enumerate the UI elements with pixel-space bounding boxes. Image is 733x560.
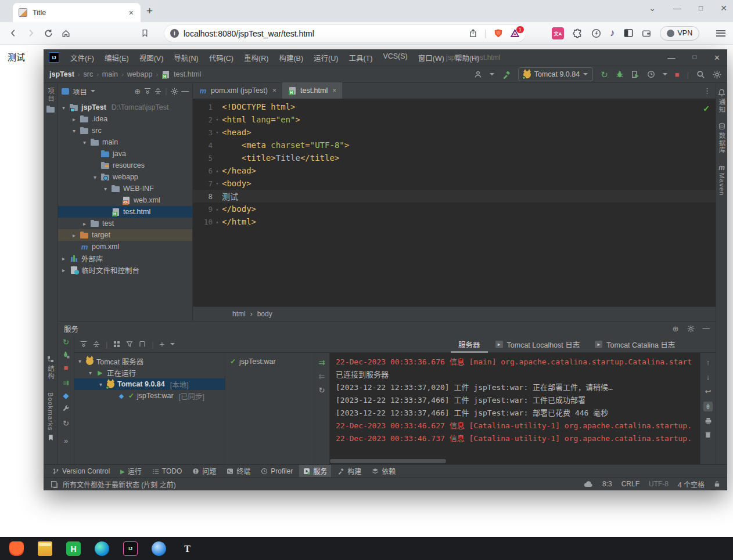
rerun-icon[interactable]: ↻ xyxy=(601,70,608,79)
sidebar-icon[interactable] xyxy=(624,28,633,38)
deploy-icon[interactable]: ⇉ xyxy=(63,379,69,386)
toolwindow-button-构建[interactable]: 构建 xyxy=(333,465,365,477)
brave-shield-icon[interactable] xyxy=(494,28,503,38)
browser-maximize-button[interactable]: □ xyxy=(699,4,703,12)
vcs-status-icon[interactable] xyxy=(51,480,58,488)
reload-icon[interactable] xyxy=(39,24,57,42)
profiler-icon[interactable] xyxy=(647,70,655,78)
bookmark-flag-icon[interactable] xyxy=(48,434,54,441)
taskbar-icon-brave[interactable] xyxy=(9,541,24,556)
menu-item-5[interactable]: 重构(R) xyxy=(239,52,274,63)
group-by-icon[interactable] xyxy=(113,341,120,348)
breadcrumb-item-test.html[interactable]: test.html xyxy=(174,70,201,78)
tab-close-icon[interactable]: × xyxy=(332,86,336,95)
project-tree-row-临时文件和控制台[interactable]: ▸临时文件和控制台 xyxy=(58,264,192,276)
file-encoding[interactable]: UTF-8 xyxy=(649,480,669,488)
fold-marker-icon[interactable]: ▴ xyxy=(213,168,222,174)
console-h-scrollbar[interactable] xyxy=(330,459,446,463)
media-note-icon[interactable]: ♪ xyxy=(610,27,615,39)
services-float-icon[interactable]: ⊕ xyxy=(673,325,679,333)
toolwindow-button-Version Control[interactable]: Version Control xyxy=(48,466,114,476)
code-area[interactable]: 1<!DOCTYPE html>2▾<html lang="en">3▾<hea… xyxy=(193,99,716,306)
code-line-2[interactable]: 2▾<html lang="en"> xyxy=(193,113,716,126)
tree-chevron-icon[interactable]: ▾ xyxy=(102,186,109,192)
services-tree-row-Tomcat 服务器[interactable]: ▾Tomcat 服务器 xyxy=(74,355,225,367)
menu-item-1[interactable]: 编辑(E) xyxy=(99,52,134,63)
toolwindow-button-TODO[interactable]: TODO xyxy=(148,466,186,476)
hide-panel-icon[interactable]: — xyxy=(182,88,189,95)
editor-breadcrumb-body[interactable]: body xyxy=(257,310,272,318)
code-line-7[interactable]: 7▾<body> xyxy=(193,177,716,190)
ide-minimize-button[interactable]: — xyxy=(667,53,675,62)
vpn-button[interactable]: VPN xyxy=(660,26,700,41)
editor-tab-pom.xml (jspTest)[interactable]: mpom.xml (jspTest)× xyxy=(193,82,282,99)
fold-marker-icon[interactable]: ▴ xyxy=(213,206,222,212)
scroll-to-end-icon[interactable]: ⇟ xyxy=(703,402,713,411)
stop-server-icon[interactable]: ■ xyxy=(64,364,69,371)
print-icon[interactable] xyxy=(705,417,712,425)
debug-icon[interactable] xyxy=(616,70,624,78)
collapse-all-icon[interactable] xyxy=(154,88,161,95)
locate-file-icon[interactable]: ⊕ xyxy=(134,88,141,95)
inspection-ok-icon[interactable]: ✓ xyxy=(703,104,710,113)
project-tree-row-.idea[interactable]: ▸.idea xyxy=(58,113,192,125)
browser-menu-icon[interactable] xyxy=(716,30,725,37)
stop-icon[interactable]: ■ xyxy=(675,71,680,78)
caret-position[interactable]: 8:3 xyxy=(602,480,612,488)
code-line-8[interactable]: 8测试 xyxy=(193,190,716,203)
project-tree-row-test[interactable]: ▸test xyxy=(58,218,192,229)
cloud-sync-icon[interactable] xyxy=(584,480,593,488)
wallet-icon[interactable] xyxy=(642,29,651,38)
add-service-icon[interactable]: + xyxy=(160,340,164,348)
menu-item-10[interactable]: 窗口(W) xyxy=(413,52,450,63)
code-line-6[interactable]: 6▴</head> xyxy=(193,164,716,177)
code-line-1[interactable]: 1<!DOCTYPE html> xyxy=(193,100,716,113)
ide-close-button[interactable]: ✕ xyxy=(714,53,720,62)
indent-setting[interactable]: 4 个空格 xyxy=(678,479,705,489)
fold-marker-icon[interactable]: ▴ xyxy=(213,219,222,225)
menu-item-7[interactable]: 运行(U) xyxy=(308,52,343,63)
toolwindow-button-问题[interactable]: 问题 xyxy=(188,465,220,477)
toolwindow-button-project[interactable]: 项目 xyxy=(46,88,55,102)
code-line-3[interactable]: 3▾<head> xyxy=(193,126,716,139)
debug-restart-icon[interactable] xyxy=(62,351,70,359)
tab-close-icon[interactable]: × xyxy=(128,8,135,17)
menu-item-0[interactable]: 文件(F) xyxy=(65,52,99,63)
user-account-icon[interactable] xyxy=(474,70,482,78)
services-panel-title[interactable]: 服务 xyxy=(64,323,78,334)
refresh-deployment-icon[interactable]: ↻ xyxy=(319,386,325,394)
browser-tab[interactable]: Title × xyxy=(13,3,141,22)
project-tree-row-test.html[interactable]: test.html xyxy=(58,206,192,218)
browser-close-button[interactable]: ✕ xyxy=(720,3,727,13)
menu-item-8[interactable]: 工具(T) xyxy=(343,52,378,63)
svc-collapse-all-icon[interactable] xyxy=(93,341,100,348)
server-settings-wrench-icon[interactable] xyxy=(62,404,70,412)
breadcrumb-item-src[interactable]: src xyxy=(84,70,94,78)
database-icon[interactable] xyxy=(718,122,725,130)
services-tree-row-正在运行[interactable]: ▾▶正在运行 xyxy=(74,367,225,378)
expand-all-icon[interactable] xyxy=(144,88,151,95)
settings-gear-icon[interactable] xyxy=(713,70,721,79)
new-tab-button[interactable]: + xyxy=(146,5,153,17)
browser-minimize-button[interactable]: — xyxy=(673,3,681,13)
refresh-icon[interactable]: ↻ xyxy=(63,420,69,427)
ide-titlebar[interactable]: IJ 文件(F)编辑(E)视图(V)导航(N)代码(C)重构(R)构建(B)运行… xyxy=(44,49,727,66)
ide-maximize-button[interactable]: □ xyxy=(692,53,696,62)
site-info-icon[interactable]: i xyxy=(170,29,179,38)
translate-extension-icon[interactable]: 文A xyxy=(552,27,564,39)
project-tree-row-外部库[interactable]: ▸外部库 xyxy=(58,252,192,264)
rerun-server-icon[interactable]: ↻ xyxy=(63,338,69,346)
fold-marker-icon[interactable]: ▾ xyxy=(213,180,222,186)
profiler-chevron-icon[interactable] xyxy=(663,73,667,75)
breadcrumb-item-main[interactable]: main xyxy=(102,70,118,78)
menu-item-6[interactable]: 构建(B) xyxy=(274,52,308,63)
forward-icon[interactable] xyxy=(22,24,39,42)
deploy-artifact-icon[interactable]: ⇉ xyxy=(319,359,325,366)
prev-message-icon[interactable]: ↑ xyxy=(706,358,710,367)
services-tab-Tomcat Catalina 日志[interactable]: ▸Tomcat Catalina 日志 xyxy=(587,336,682,353)
address-bar[interactable]: i localhost:8080/jspTest_war/test.html |… xyxy=(164,25,526,42)
more-actions-icon[interactable]: » xyxy=(64,437,68,445)
clear-console-trash-icon[interactable] xyxy=(705,431,712,438)
project-tree-row-jspTest[interactable]: ▾jspTestD:\Tomcat\jspTest xyxy=(58,102,192,113)
user-chevron-icon[interactable] xyxy=(490,73,494,75)
